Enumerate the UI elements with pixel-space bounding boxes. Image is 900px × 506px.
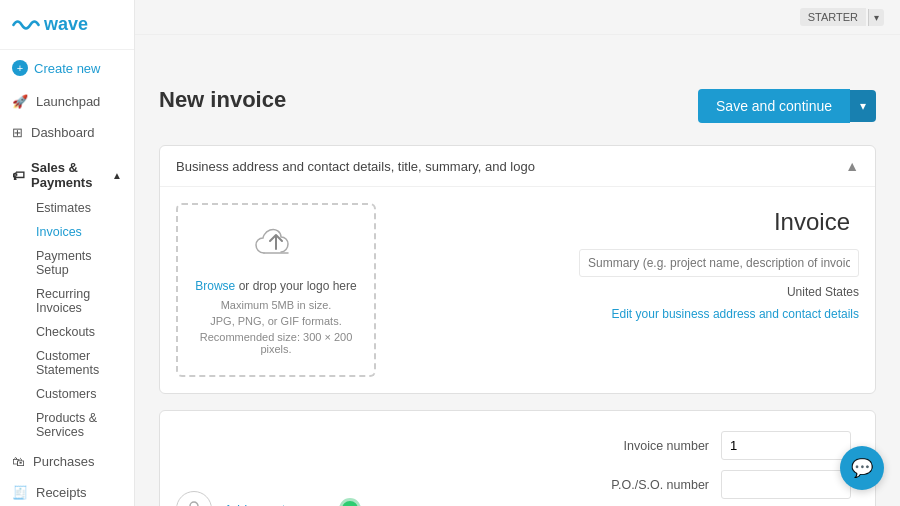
sales-icon: 🏷 [12,168,25,183]
sidebar-item-receipts[interactable]: 🧾 Receipts [0,477,134,506]
sidebar-item-dashboard[interactable]: ⊞ Dashboard [0,117,134,148]
edit-address-link[interactable]: Edit your business address and contact d… [612,307,859,321]
plus-icon: + [12,60,28,76]
po-so-label: P.O./S.O. number [611,478,709,492]
sidebar-item-purchases[interactable]: 🛍 Purchases [0,446,134,477]
svg-point-0 [190,502,198,506]
business-address-header[interactable]: Business address and contact details, ti… [160,146,875,187]
upload-instructions: Browse or drop your logo here [195,277,356,295]
chat-button[interactable]: 💬 [840,446,884,490]
drop-text: or drop your logo here [235,279,356,293]
app-name: wave [44,14,88,35]
po-so-input[interactable] [721,470,851,499]
top-bar: STARTER ▾ [135,0,900,35]
create-new-button[interactable]: + Create new [0,50,134,86]
main-scrollable: New invoice Save and continue ▾ Business… [135,35,900,506]
create-new-label: Create new [34,61,100,76]
upload-cloud-icon [254,225,298,269]
logo-upload-box[interactable]: Browse or drop your logo here Maximum 5M… [176,203,376,377]
plan-chevron-icon[interactable]: ▾ [868,9,884,26]
sales-payments-section: 🏷 Sales & Payments ▲ Estimates Invoices … [0,148,134,446]
shopping-bag-icon: 🛍 [12,454,25,469]
sidebar-item-recurring-invoices[interactable]: Recurring Invoices [12,282,122,320]
launchpad-label: Launchpad [36,94,100,109]
main-content-wrapper: STARTER ▾ New invoice Save and continue … [135,0,900,506]
invoice-number-row: Invoice number [611,431,851,460]
rocket-icon: 🚀 [12,94,28,109]
grid-icon: ⊞ [12,125,23,140]
app-logo: wave [12,14,122,35]
business-address-label: Business address and contact details, ti… [176,159,535,174]
sidebar-item-estimates[interactable]: Estimates [12,196,122,220]
chat-icon: 💬 [851,457,873,479]
upload-recommended: Recommended size: 300 × 200 pixels. [194,331,358,355]
invoice-details-body: Add a customer Invoice number P.O./S.O. … [160,411,875,506]
upload-formats: JPG, PNG, or GIF formats. [210,315,341,327]
add-customer-button[interactable]: Add a customer [224,502,315,507]
invoice-form-fields: Invoice number P.O./S.O. number Invoice … [611,419,859,506]
customer-area: Add a customer [176,419,587,506]
receipts-label: Receipts [36,485,87,500]
customer-section: Add a customer [176,471,587,506]
po-so-row: P.O./S.O. number [611,470,851,499]
plan-badge: STARTER ▾ [800,8,884,26]
browse-link[interactable]: Browse [195,279,235,293]
sidebar: wave + Create new 🚀 Launchpad ⊞ Dashboar… [0,0,135,506]
invoice-title-area: United States Edit your business address… [392,203,859,377]
sidebar-item-products-services[interactable]: Products & Services [12,406,122,444]
status-indicator [339,498,361,506]
sidebar-item-payments-setup[interactable]: Payments Setup [12,244,122,282]
invoice-summary-input[interactable] [579,249,859,277]
chevron-up-icon: ▲ [112,170,122,181]
receipt-icon: 🧾 [12,485,28,500]
sales-payments-header[interactable]: 🏷 Sales & Payments ▲ [12,154,122,196]
business-address-card: Business address and contact details, ti… [159,145,876,394]
purchases-label: Purchases [33,454,94,469]
invoice-title-input[interactable] [659,203,859,241]
country-label: United States [787,285,859,299]
dashboard-label: Dashboard [31,125,95,140]
card-chevron-icon: ▲ [845,158,859,174]
invoice-number-input[interactable] [721,431,851,460]
invoice-details-card: Add a customer Invoice number P.O./S.O. … [159,410,876,506]
page-title: New invoice [159,87,286,113]
add-customer-icon [176,491,212,506]
logo-area: wave [0,0,134,50]
sidebar-item-checkouts[interactable]: Checkouts [12,320,122,344]
sales-payments-label: Sales & Payments [31,160,106,190]
sidebar-item-customer-statements[interactable]: Customer Statements [12,344,122,382]
plan-label: STARTER [800,8,866,26]
invoice-number-label: Invoice number [624,439,709,453]
page-header: New invoice Save and continue ▾ [159,51,876,129]
save-continue-button[interactable]: Save and continue [698,89,850,123]
save-dropdown-button[interactable]: ▾ [850,90,876,122]
save-button-group: Save and continue ▾ [698,89,876,123]
sidebar-item-launchpad[interactable]: 🚀 Launchpad [0,86,134,117]
logo-section: Browse or drop your logo here Maximum 5M… [160,187,875,393]
sidebar-item-customers[interactable]: Customers [12,382,122,406]
sidebar-item-invoices[interactable]: Invoices [12,220,122,244]
upload-max-size: Maximum 5MB in size. [221,299,332,311]
